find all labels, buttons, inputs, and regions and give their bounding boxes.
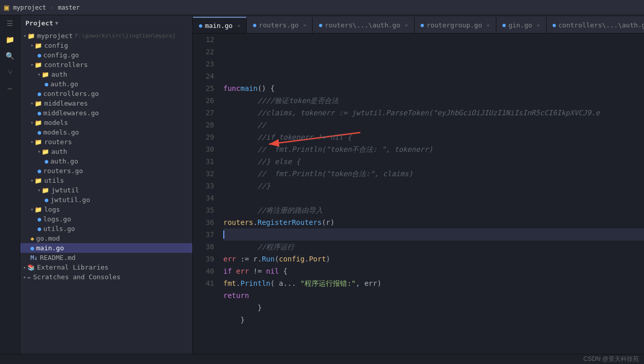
tree-label: go.mod <box>36 235 60 242</box>
tree-item-logs-folder[interactable]: ▾📁logs <box>20 205 192 214</box>
tab-routers.go[interactable]: ●routers.go✕ <box>247 17 313 33</box>
code-line: //claims, tokenerr := jwtutil.ParseToken… <box>223 107 644 119</box>
code-line: // fmt.Println("token合法:", claims) <box>223 168 644 180</box>
tree-item-config-folder[interactable]: ▾📁config <box>20 41 192 50</box>
code-line: } <box>223 314 644 326</box>
tree-item-jwtutil.go[interactable]: ●jwtutil.go <box>20 195 192 205</box>
tree-item-readme.md[interactable]: M↓README.md <box>20 253 192 262</box>
go-file-icon: ● <box>38 216 41 223</box>
code-line: //程序运行 <box>223 241 644 253</box>
code-line <box>223 228 644 241</box>
tab-routergroup.go[interactable]: ●routergroup.go✕ <box>415 17 496 33</box>
code-line: // <box>223 119 644 131</box>
chevron-icon: ▾ <box>30 43 33 48</box>
tab-label: controllers\...\auth.go <box>558 21 644 29</box>
go-file-icon: ● <box>38 90 41 97</box>
tab-close-btn[interactable]: ✕ <box>237 23 240 28</box>
line-number: 27 <box>193 107 214 119</box>
tree-item-utils.go[interactable]: ●utils.go <box>20 224 192 234</box>
line-number: 41 <box>193 277 214 289</box>
tab-label: main.go <box>205 22 233 29</box>
ext-lib-icon: 📚 <box>27 264 35 271</box>
watermark: CSDN @景天科技苑 <box>583 355 639 363</box>
chevron-icon: ▾ <box>30 101 33 106</box>
folder-icon: 📁 <box>42 148 49 155</box>
tree-label: README.md <box>40 254 75 261</box>
tree-item-controllers-folder[interactable]: ▾📁controllers <box>20 60 192 70</box>
folder-icon: 📁 <box>27 32 35 40</box>
cursor <box>223 230 224 239</box>
tree-item-models-folder[interactable]: ▾📁models <box>20 118 192 127</box>
tree-item-auth.go-c[interactable]: ●auth.go <box>20 79 192 89</box>
project-name[interactable]: myproject <box>13 4 46 11</box>
folder-icon: 📁 <box>35 177 42 184</box>
tab-file-icon: ● <box>553 22 556 28</box>
tree-label: auth <box>51 148 67 155</box>
tab-close-btn[interactable]: ✕ <box>487 22 490 28</box>
tree-label: routers <box>44 138 72 146</box>
vcs-icon[interactable]: ⑂ <box>4 66 16 78</box>
tree-item-logs.go[interactable]: ●logs.go <box>20 214 192 224</box>
tree-item-utils-folder[interactable]: ▾📁utils <box>20 176 192 185</box>
go-file-icon: ● <box>38 129 41 136</box>
tree-item-routers.go-f[interactable]: ●routers.go <box>20 166 192 176</box>
folder-icon: 📁 <box>35 139 42 146</box>
tree-item-main.go-f[interactable]: ●main.go <box>20 243 192 253</box>
tree-label: jwtutil <box>51 186 79 194</box>
folder-icon: 📁 <box>35 61 42 69</box>
code-line: err := r.Run(config.Port) <box>223 253 644 265</box>
line-number: 38 <box>193 241 214 253</box>
tab-gin.go[interactable]: ●gin.go✕ <box>496 17 547 33</box>
tree-item-jwtutil-folder[interactable]: ▾📁jwtutil <box>20 185 192 195</box>
tree-item-middlewares.go[interactable]: ●middlewares.go <box>20 108 192 118</box>
go-file-icon: ● <box>38 110 41 117</box>
more-icon[interactable]: ⋯ <box>4 82 16 94</box>
tree-item-auth-sub-folder[interactable]: ▾📁auth <box>20 147 192 156</box>
line-number: 12 <box>193 34 214 46</box>
bottombar: CSDN @景天科技苑 <box>0 354 644 364</box>
tree-item-middlewares-folder[interactable]: ▾📁middlewares <box>20 98 192 108</box>
branch-name[interactable]: master <box>58 4 80 11</box>
file-tree: ▾📁myprojectF:\goworks\src\jingtian\mypro… <box>20 31 192 282</box>
tab-main.go[interactable]: ●main.go✕ <box>193 17 247 33</box>
tree-item-config.go[interactable]: ●config.go <box>20 50 192 60</box>
line-number: 35 <box>193 204 214 216</box>
line-number: 40 <box>193 265 214 277</box>
chevron-icon: ▾ <box>30 139 33 145</box>
code-line: routers.RegisterRouters(r) <box>223 216 644 228</box>
search-strip-icon[interactable]: 🔍 <box>4 50 16 62</box>
tree-label: auth.go <box>50 157 78 165</box>
tree-item-auth-folder[interactable]: ▾📁auth <box>20 70 192 79</box>
tab-label: routergroup.go <box>426 21 482 29</box>
tree-item-controllers.go[interactable]: ●controllers.go <box>20 89 192 98</box>
folder-icon: 📁 <box>35 206 42 213</box>
tab-close-btn[interactable]: ✕ <box>405 22 408 28</box>
line-number: 22 <box>193 46 214 58</box>
tab-controllers_auth.go[interactable]: ●controllers\...\auth.go✕ <box>547 17 644 33</box>
line-numbers: 1222232425262728293031323334353637383940… <box>193 34 218 354</box>
folder-icon: 📁 <box>35 100 42 107</box>
go-file-icon: ● <box>38 168 41 175</box>
tree-label: middlewares <box>44 100 88 107</box>
sidebar: Project ▼ ▾📁myprojectF:\goworks\src\jing… <box>20 15 193 354</box>
go-file-icon: ● <box>45 81 48 88</box>
tab-routers_auth.go[interactable]: ●routers\...\auth.go✕ <box>313 17 414 33</box>
tree-item-routers-folder[interactable]: ▾📁routers <box>20 137 192 147</box>
chevron-icon: ▾ <box>23 33 26 39</box>
tree-label: models <box>44 119 68 126</box>
folder-icon[interactable]: 📁 <box>4 34 16 46</box>
hamburger-icon[interactable]: ☰ <box>4 17 16 29</box>
line-number: 28 <box>193 119 214 131</box>
mod-file-icon: ◆ <box>30 235 34 242</box>
tab-close-btn[interactable]: ✕ <box>303 22 306 28</box>
tree-item-scratches[interactable]: ▸✏️Scratches and Consoles <box>20 272 192 282</box>
tree-item-auth.go-r[interactable]: ●auth.go <box>20 156 192 166</box>
folder-icon: 📁 <box>42 187 49 194</box>
tab-close-btn[interactable]: ✕ <box>537 22 540 28</box>
tree-item-external-libraries[interactable]: ▸📚External Libraries <box>20 262 192 272</box>
code-editor[interactable]: 1222232425262728293031323334353637383940… <box>193 34 644 354</box>
tree-item-models.go[interactable]: ●models.go <box>20 127 192 137</box>
go-file-icon: ● <box>30 245 34 252</box>
tree-item-myproject-root[interactable]: ▾📁myprojectF:\goworks\src\jingtian\mypro… <box>20 31 192 41</box>
tree-item-go.mod[interactable]: ◆go.mod <box>20 234 192 243</box>
